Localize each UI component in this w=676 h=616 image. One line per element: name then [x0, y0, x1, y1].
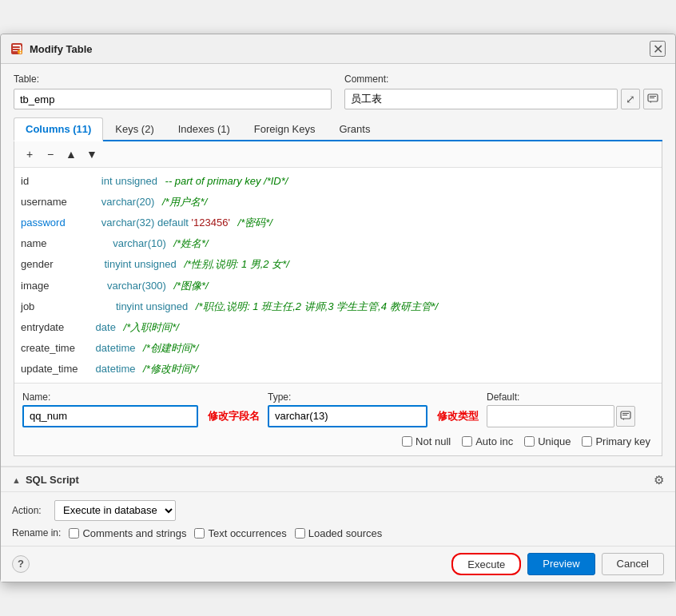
primary-key-label: Primary key: [595, 435, 650, 447]
sql-header: ▲ SQL Script ⚙: [1, 467, 675, 492]
not-null-checkbox[interactable]: [402, 436, 412, 447]
table-label: Table:: [14, 74, 332, 85]
col-type: varchar(300): [93, 277, 166, 295]
col-comment: /*图像*/: [171, 277, 209, 295]
action-select[interactable]: Execute in database Show script Copy to …: [54, 500, 176, 521]
table-row[interactable]: gender tinyint unsigned /*性别,说明: 1 男,2 女…: [21, 254, 655, 275]
collapse-arrow-icon[interactable]: ▲: [12, 475, 21, 485]
col-type: datetime: [93, 360, 135, 378]
col-comment: /*密码*/: [235, 214, 272, 232]
not-null-checkbox-item: Not null: [402, 435, 451, 447]
table-row[interactable]: password varchar(32) default '123456' /*…: [21, 213, 655, 233]
modify-table-dialog: ! Modify Table ✕ Table: Comment: ⤢: [0, 34, 676, 582]
col-type: datetime: [93, 340, 135, 357]
comments-strings-checkbox[interactable]: [69, 528, 79, 539]
sql-section: ▲ SQL Script ⚙ Action: Execute in databa…: [1, 466, 675, 546]
col-name: image: [21, 277, 93, 295]
col-name: password: [21, 214, 93, 232]
table-row[interactable]: update_time datetime /*修改时间*/: [21, 359, 655, 380]
tab-foreign-keys[interactable]: Foreign Keys: [242, 117, 328, 140]
name-annotation: 修改字段名: [208, 409, 260, 423]
tab-keys[interactable]: Keys (2): [103, 117, 165, 140]
col-comment: /*修改时间*/: [140, 360, 198, 378]
loaded-sources-item: Loaded sources: [295, 527, 383, 539]
unique-checkbox-item: Unique: [524, 435, 571, 447]
checkboxes-row: Not null Auto inc Unique Primary key: [22, 434, 654, 449]
svg-text:!: !: [19, 44, 22, 55]
table-row[interactable]: name varchar(10) /*姓名*/: [21, 233, 655, 254]
col-name: name: [21, 235, 93, 252]
footer-right: Execute Preview Cancel: [451, 553, 664, 575]
name-edit-label: Name:: [22, 391, 260, 403]
remove-column-button[interactable]: −: [42, 145, 59, 163]
column-edit-section: Name: 修改字段名 Type: 修改类型: [14, 383, 662, 455]
app-icon: !: [10, 42, 23, 55]
expand-comment-button[interactable]: ⤢: [621, 89, 640, 109]
col-type: date: [93, 319, 116, 336]
type-edit-group: Type: 修改类型: [268, 391, 479, 427]
help-button[interactable]: ?: [12, 555, 30, 573]
auto-inc-label: Auto inc: [475, 435, 513, 447]
tab-indexes[interactable]: Indexes (1): [166, 117, 242, 140]
col-type: varchar(10): [93, 235, 166, 252]
col-comment: -- part of primary key /*ID*/: [162, 173, 288, 190]
cancel-button[interactable]: Cancel: [602, 553, 664, 575]
dialog-body: Table: Comment: ⤢: [1, 64, 675, 466]
col-name: id: [21, 173, 93, 190]
default-edit-input[interactable]: [487, 405, 614, 427]
col-type: varchar(20): [93, 193, 154, 211]
loaded-sources-checkbox[interactable]: [295, 528, 305, 539]
table-row[interactable]: entrydate date /*入职时间*/: [21, 317, 655, 338]
col-type: tinyint unsigned: [93, 298, 188, 316]
col-type: varchar(32) default '123456': [93, 214, 230, 232]
default-comment-button[interactable]: [616, 406, 635, 427]
col-comment: /*入职时间*/: [121, 319, 179, 336]
default-input-row: [487, 405, 635, 427]
preview-button[interactable]: Preview: [527, 553, 594, 575]
primary-key-checkbox[interactable]: [582, 436, 592, 447]
action-row: Action: Execute in database Show script …: [12, 500, 664, 521]
svg-marker-13: [622, 419, 624, 420]
table-row[interactable]: create_time datetime /*创建时间*/: [21, 338, 655, 359]
add-column-button[interactable]: +: [21, 145, 38, 163]
comment-input[interactable]: [344, 89, 618, 109]
unique-checkbox[interactable]: [524, 436, 535, 447]
table-row[interactable]: id int unsigned -- part of primary key /…: [21, 171, 655, 192]
comment-group: Comment: ⤢: [344, 74, 662, 109]
comment-small-icon: [620, 411, 631, 422]
move-up-button[interactable]: ▲: [62, 145, 80, 163]
columns-toolbar: + − ▲ ▼: [14, 141, 662, 168]
table-name-group: Table:: [14, 74, 332, 109]
col-comment: /*用户名*/: [159, 193, 207, 211]
move-down-button[interactable]: ▼: [83, 145, 101, 163]
type-edit-label: Type:: [268, 391, 479, 403]
col-name: username: [21, 193, 93, 211]
name-edit-input[interactable]: [22, 405, 198, 427]
text-occurrences-checkbox[interactable]: [194, 528, 205, 539]
svg-rect-3: [13, 50, 18, 51]
text-occurrences-label: Text occurrences: [208, 527, 286, 539]
sql-settings-icon[interactable]: ⚙: [654, 473, 664, 487]
auto-inc-checkbox[interactable]: [462, 436, 472, 447]
dialog-footer: ? Execute Preview Cancel: [1, 546, 675, 582]
tab-grants[interactable]: Grants: [327, 117, 382, 140]
table-row[interactable]: username varchar(20) /*用户名*/: [21, 192, 655, 213]
col-comment: /*性别,说明: 1 男,2 女*/: [181, 256, 289, 273]
comment-icon-button[interactable]: [643, 89, 662, 109]
type-edit-input[interactable]: [268, 405, 427, 427]
comments-strings-item: Comments and strings: [69, 527, 186, 539]
col-comment: /*职位,说明: 1 班主任,2 讲师,3 学生主管,4 教研主管*/: [193, 298, 438, 316]
sql-header-left: ▲ SQL Script: [12, 474, 79, 486]
execute-button[interactable]: Execute: [451, 553, 521, 575]
comment-label: Comment:: [344, 74, 662, 85]
close-button[interactable]: ✕: [650, 41, 666, 57]
sql-section-title: SQL Script: [26, 474, 79, 486]
table-row[interactable]: job tinyint unsigned /*职位,说明: 1 班主任,2 讲师…: [21, 296, 655, 317]
columns-list: id int unsigned -- part of primary key /…: [14, 168, 662, 383]
tabs-bar: Columns (11) Keys (2) Indexes (1) Foreig…: [14, 117, 662, 141]
table-row[interactable]: image varchar(300) /*图像*/: [21, 276, 655, 296]
comments-strings-label: Comments and strings: [82, 527, 186, 539]
loaded-sources-label: Loaded sources: [308, 527, 383, 539]
tab-columns[interactable]: Columns (11): [14, 117, 103, 141]
table-name-input[interactable]: [14, 89, 332, 109]
